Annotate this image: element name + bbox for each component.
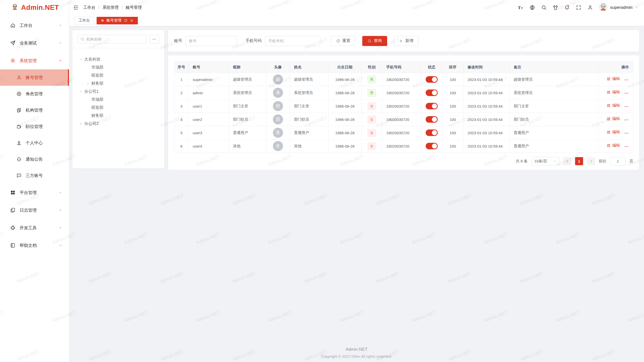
- sidebar-item-3[interactable]: 系统管理: [0, 52, 69, 69]
- sidebar-subitem-chat[interactable]: 三方账号: [0, 167, 69, 184]
- tree-node[interactable]: 研发部: [72, 104, 164, 112]
- font-size-icon[interactable]: TT: [518, 5, 524, 10]
- cell-nickname: 超级管理员: [229, 73, 266, 86]
- language-icon[interactable]: [530, 5, 535, 10]
- phone-input[interactable]: [265, 36, 320, 46]
- sidebar-item-7[interactable]: 帮助文档: [0, 237, 69, 254]
- cell-birth: 1986-06-28: [328, 100, 361, 113]
- add-button[interactable]: 新增: [394, 36, 419, 46]
- edit-button[interactable]: 编辑: [607, 143, 620, 148]
- toggle-knob: [432, 117, 437, 122]
- edit-label: 编辑: [612, 116, 620, 121]
- caret-down-icon[interactable]: [79, 90, 84, 93]
- chevron-down-icon: [58, 243, 62, 247]
- svg-text:T: T: [518, 5, 521, 10]
- cell-actions: 编辑: [598, 86, 633, 100]
- row-more-button[interactable]: [624, 91, 629, 96]
- cell-gender: 女: [361, 100, 382, 113]
- sidebar-item-5[interactable]: 日志管理: [0, 201, 69, 219]
- cell-account: superadmin: [189, 73, 229, 86]
- user-menu[interactable]: superadmin: [599, 3, 638, 12]
- username: superadmin: [610, 5, 632, 10]
- sidebar-item-2[interactable]: 业务测试: [0, 34, 69, 52]
- caret-right-icon[interactable]: [79, 122, 84, 125]
- edit-button[interactable]: 编辑: [607, 116, 620, 121]
- cell-sort: 100: [442, 113, 463, 126]
- gender-badge: 女: [368, 142, 376, 150]
- tab-bar: 工作台账号管理: [69, 15, 644, 26]
- sidebar-subitem-org[interactable]: 机构管理: [0, 102, 69, 118]
- tab-refresh-icon[interactable]: [124, 19, 128, 22]
- next-page-button[interactable]: [587, 157, 595, 165]
- tab-1[interactable]: 工作台: [74, 17, 94, 24]
- sidebar-subitem-bell[interactable]: 通知公告: [0, 151, 69, 167]
- cell-birth: 1986-06-28: [328, 86, 361, 100]
- sidebar-subitem-profile[interactable]: 个人中心: [0, 135, 69, 151]
- edit-button[interactable]: 编辑: [607, 103, 620, 108]
- gender-badge: 女: [368, 102, 376, 110]
- status-toggle[interactable]: [426, 143, 438, 149]
- sidebar-item-4[interactable]: 平台管理: [0, 184, 69, 201]
- caret-right-icon[interactable]: [87, 82, 91, 85]
- sidebar-subitem-role[interactable]: 角色管理: [0, 86, 69, 102]
- tree-node[interactable]: 财务部: [72, 112, 164, 120]
- row-more-button[interactable]: [624, 131, 629, 136]
- status-toggle[interactable]: [426, 116, 438, 123]
- row-more-button[interactable]: [624, 144, 629, 149]
- edit-button[interactable]: 编辑: [607, 130, 620, 134]
- tree-node[interactable]: 分公司2: [72, 120, 164, 128]
- org-search-input[interactable]: [87, 37, 143, 41]
- sidebar-subitem-position[interactable]: 职位管理: [0, 118, 69, 135]
- row-more-button[interactable]: [624, 117, 629, 122]
- prev-page-button[interactable]: [563, 157, 571, 165]
- tree-node[interactable]: 市场部: [72, 63, 164, 71]
- status-toggle[interactable]: [426, 89, 438, 96]
- account-input[interactable]: [185, 36, 237, 46]
- tree-node[interactable]: 分公司1: [72, 87, 164, 96]
- edit-button[interactable]: 编辑: [607, 90, 620, 95]
- sidebar-item-1[interactable]: 工作台: [0, 17, 69, 34]
- sidebar-item-6[interactable]: 开发工具: [0, 219, 69, 237]
- row-more-button[interactable]: [624, 104, 629, 109]
- menu-fold-icon[interactable]: [73, 5, 79, 10]
- status-toggle[interactable]: [426, 76, 438, 83]
- org-icon: [16, 108, 22, 113]
- breadcrumb-item-2[interactable]: 系统管理: [102, 5, 118, 10]
- theme-icon[interactable]: [553, 5, 558, 10]
- cell-avatar: 系: [266, 86, 290, 100]
- notification-icon[interactable]: [564, 5, 570, 10]
- avatar: [599, 3, 608, 12]
- page-size-select[interactable]: 10条/页: [531, 157, 559, 165]
- tab-2[interactable]: 账号管理: [97, 17, 138, 24]
- search-button[interactable]: 查询: [362, 36, 387, 46]
- chevron-right-icon: [589, 159, 593, 163]
- fullscreen-icon[interactable]: [576, 5, 581, 10]
- search-icon[interactable]: [541, 5, 547, 10]
- doc-icon: [10, 243, 16, 248]
- column-header-status: 状态: [421, 62, 442, 73]
- cell-status: [421, 86, 442, 100]
- edit-label: 编辑: [612, 130, 620, 134]
- tree-node[interactable]: 大名科技: [72, 55, 164, 63]
- caret-down-icon[interactable]: [79, 58, 84, 61]
- tree-node[interactable]: 财务部: [72, 79, 164, 87]
- page-number-button[interactable]: 1: [575, 157, 583, 165]
- tab-close-icon[interactable]: [130, 19, 134, 22]
- tree-node[interactable]: 市场部: [72, 96, 164, 104]
- refresh-icon: [336, 39, 340, 43]
- edit-button[interactable]: 编辑: [607, 76, 620, 81]
- row-more-button[interactable]: [624, 77, 629, 82]
- person-icon[interactable]: [587, 5, 593, 10]
- reset-button[interactable]: 重置: [331, 36, 356, 46]
- tree-node[interactable]: 研发部: [72, 71, 164, 79]
- org-more-button[interactable]: [149, 35, 159, 43]
- cell-phone: 18020030720: [382, 126, 421, 140]
- sidebar-subitem-user[interactable]: 账号管理: [0, 69, 69, 86]
- cell-account: user3: [189, 126, 229, 140]
- status-toggle[interactable]: [426, 129, 438, 136]
- breadcrumb-item-1[interactable]: 工作台: [83, 5, 95, 10]
- cell-name: 系统管理员: [290, 86, 328, 100]
- sidebar-subitem-label: 账号管理: [26, 75, 62, 80]
- goto-page-input[interactable]: [610, 157, 626, 165]
- status-toggle[interactable]: [426, 103, 438, 109]
